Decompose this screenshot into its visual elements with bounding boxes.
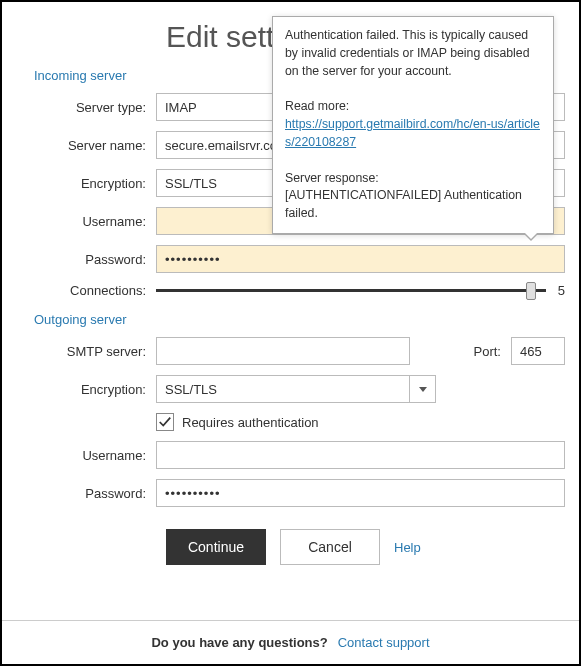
footer-question: Do you have any questions?	[151, 635, 327, 650]
continue-button[interactable]: Continue	[166, 529, 266, 565]
port-label: Port:	[474, 344, 501, 359]
chevron-down-icon[interactable]	[410, 375, 436, 403]
outgoing-username-input[interactable]	[156, 441, 565, 469]
tooltip-server-response: [AUTHENTICATIONFAILED] Authentication fa…	[285, 187, 541, 223]
connections-label: Connections:	[16, 283, 156, 298]
tooltip-readmore-label: Read more:	[285, 98, 541, 116]
auth-failed-tooltip: Authentication failed. This is typically…	[272, 16, 554, 234]
requires-auth-checkbox[interactable]: Requires authentication	[156, 413, 319, 431]
outgoing-username-label: Username:	[16, 448, 156, 463]
outgoing-server-header: Outgoing server	[34, 312, 565, 327]
tooltip-message: Authentication failed. This is typically…	[285, 27, 541, 80]
outgoing-password-input[interactable]	[156, 479, 565, 507]
tooltip-server-response-label: Server response:	[285, 170, 541, 188]
tooltip-arrow-icon	[523, 233, 539, 241]
outgoing-encryption-value: SSL/TLS	[156, 375, 410, 403]
connections-value: 5	[558, 283, 565, 298]
checkmark-icon	[158, 415, 172, 429]
smtp-server-input[interactable]	[156, 337, 410, 365]
server-name-label: Server name:	[16, 138, 156, 153]
cancel-button[interactable]: Cancel	[280, 529, 380, 565]
checkbox-box[interactable]	[156, 413, 174, 431]
contact-support-link[interactable]: Contact support	[338, 635, 430, 650]
incoming-encryption-label: Encryption:	[16, 176, 156, 191]
footer-bar: Do you have any questions? Contact suppo…	[2, 620, 579, 664]
incoming-password-label: Password:	[16, 252, 156, 267]
incoming-username-label: Username:	[16, 214, 156, 229]
port-input[interactable]	[511, 337, 565, 365]
outgoing-password-label: Password:	[16, 486, 156, 501]
connections-slider[interactable]	[156, 289, 546, 292]
outgoing-encryption-label: Encryption:	[16, 382, 156, 397]
outgoing-encryption-select[interactable]: SSL/TLS	[156, 375, 436, 403]
requires-auth-label: Requires authentication	[182, 415, 319, 430]
smtp-server-label: SMTP server:	[16, 344, 156, 359]
slider-thumb[interactable]	[526, 282, 536, 300]
tooltip-link[interactable]: https://support.getmailbird.com/hc/en-us…	[285, 117, 540, 149]
incoming-password-input[interactable]	[156, 245, 565, 273]
server-type-label: Server type:	[16, 100, 156, 115]
help-link[interactable]: Help	[394, 540, 421, 555]
